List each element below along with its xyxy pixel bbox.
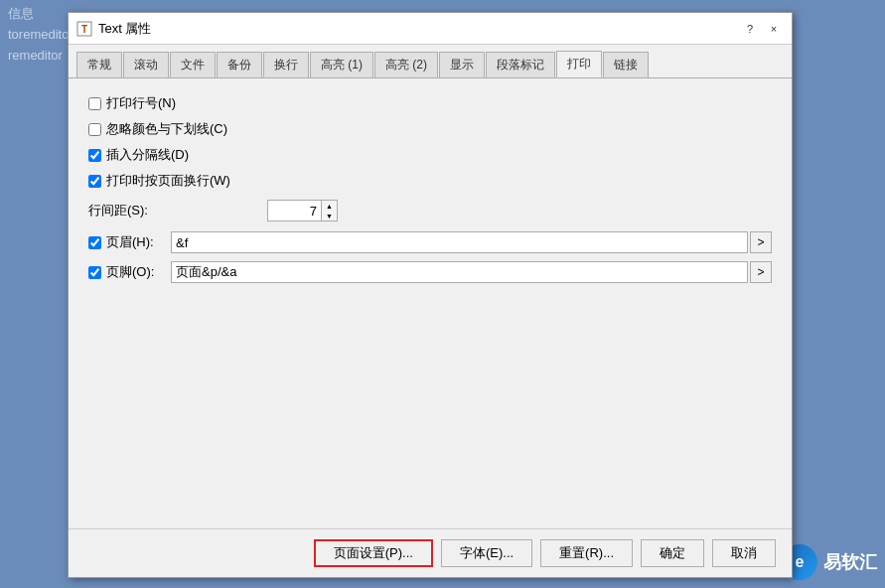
- print-line-num-row: 打印行号(N): [88, 94, 772, 112]
- tab-backup[interactable]: 备份: [217, 52, 262, 77]
- logo-icon-letter: e: [796, 553, 805, 571]
- insert-separator-checkbox[interactable]: [88, 149, 101, 162]
- insert-separator-label: 插入分隔线(D): [106, 146, 189, 164]
- header-label: 页眉(H):: [106, 233, 171, 251]
- print-wrap-checkbox[interactable]: [88, 175, 101, 188]
- dialog: T Text 属性 ? × 常规 滚动 文件 备份 换行 高亮 (1) 高亮 (…: [68, 12, 793, 578]
- dialog-title: Text 属性: [98, 20, 740, 38]
- tab-scroll[interactable]: 滚动: [123, 52, 169, 77]
- header-row: 页眉(H): >: [88, 231, 772, 253]
- line-spacing-row: 行间距(S): ▲ ▼: [88, 200, 772, 221]
- title-bar: T Text 属性 ? ×: [69, 13, 792, 45]
- tab-highlight2[interactable]: 高亮 (2): [374, 52, 438, 77]
- reset-button[interactable]: 重置(R)...: [540, 539, 633, 567]
- header-checkbox[interactable]: [88, 236, 101, 249]
- spinner-down-button[interactable]: ▼: [322, 211, 337, 220]
- logo-text: 易软汇: [823, 550, 877, 574]
- print-tab-content: 打印行号(N) 忽略颜色与下划线(C) 插入分隔线(D) 打印时按页面换行(W)…: [69, 78, 792, 528]
- help-button[interactable]: ?: [740, 19, 760, 39]
- ignore-color-label: 忽略颜色与下划线(C): [106, 120, 227, 138]
- cancel-button[interactable]: 取消: [712, 539, 776, 567]
- tab-highlight1[interactable]: 高亮 (1): [310, 52, 373, 77]
- button-bar: 页面设置(P)... 字体(E)... 重置(R)... 确定 取消: [69, 528, 792, 577]
- insert-separator-row: 插入分隔线(D): [88, 146, 772, 164]
- tab-general[interactable]: 常规: [76, 52, 122, 77]
- tab-paragraph[interactable]: 段落标记: [486, 52, 555, 77]
- line-spacing-label: 行间距(S):: [88, 202, 168, 220]
- close-button[interactable]: ×: [764, 19, 784, 39]
- svg-text:T: T: [81, 24, 87, 35]
- footer-expand-button[interactable]: >: [750, 261, 772, 283]
- print-line-num-checkbox[interactable]: [88, 97, 101, 110]
- print-wrap-row: 打印时按页面换行(W): [88, 172, 772, 190]
- title-icon: T: [76, 21, 92, 37]
- footer-row: 页脚(O): >: [88, 261, 772, 283]
- tab-file[interactable]: 文件: [170, 52, 216, 77]
- ignore-color-row: 忽略颜色与下划线(C): [88, 120, 772, 138]
- tab-display[interactable]: 显示: [439, 52, 485, 77]
- tab-bar: 常规 滚动 文件 备份 换行 高亮 (1) 高亮 (2) 显示 段落标记 打印 …: [69, 45, 792, 78]
- print-wrap-label: 打印时按页面换行(W): [106, 172, 230, 190]
- spinner-up-button[interactable]: ▲: [322, 201, 337, 211]
- line-spacing-spinner-container: ▲ ▼: [267, 200, 338, 221]
- header-expand-button[interactable]: >: [750, 231, 772, 253]
- print-line-num-label: 打印行号(N): [106, 94, 176, 112]
- footer-label: 页脚(O):: [106, 263, 171, 281]
- font-button[interactable]: 字体(E)...: [441, 539, 532, 567]
- ok-button[interactable]: 确定: [641, 539, 704, 567]
- spinner-arrows: ▲ ▼: [322, 200, 338, 221]
- line-spacing-input[interactable]: [267, 200, 322, 221]
- tab-print[interactable]: 打印: [556, 51, 602, 77]
- title-buttons: ? ×: [740, 19, 784, 39]
- footer-checkbox[interactable]: [88, 266, 101, 279]
- ignore-color-checkbox[interactable]: [88, 123, 101, 136]
- logo-area: e 易软汇: [782, 544, 877, 580]
- header-input[interactable]: [171, 231, 748, 253]
- footer-input[interactable]: [171, 261, 748, 283]
- tab-link[interactable]: 链接: [603, 52, 649, 77]
- page-setup-button[interactable]: 页面设置(P)...: [314, 539, 433, 567]
- tab-newline[interactable]: 换行: [263, 52, 309, 77]
